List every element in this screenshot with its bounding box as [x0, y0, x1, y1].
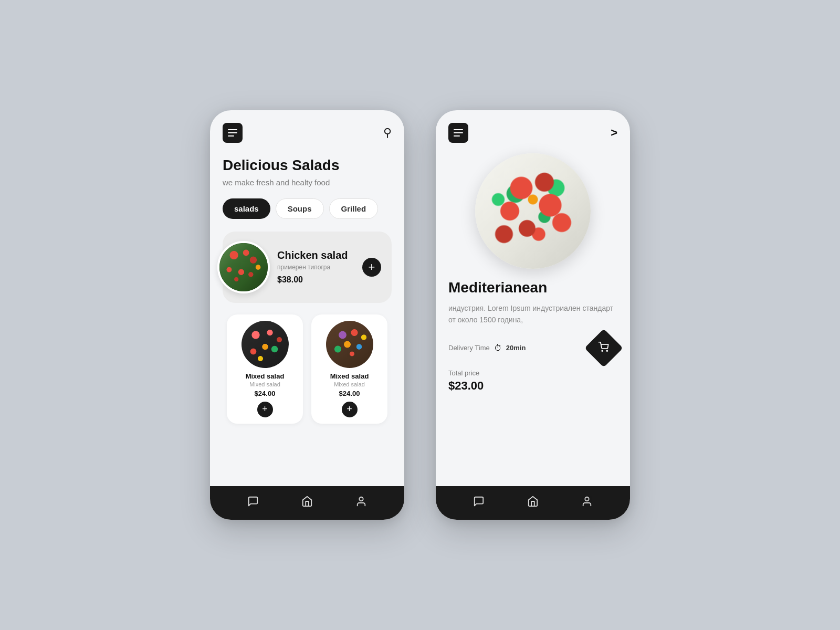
svg-point-1 [602, 350, 603, 351]
featured-card: Chicken salad примерен типогра $38.00 + [223, 232, 392, 303]
top-bar: ⚲ [223, 123, 392, 143]
nav-user-icon-2[interactable] [581, 496, 593, 510]
detail-top-bar: > [448, 123, 617, 143]
small-card-2: Mixed salad Mixed salad $24.00 + [311, 314, 387, 424]
cart-button[interactable] [584, 329, 623, 368]
tab-soups[interactable]: Soups [276, 198, 324, 219]
page-title: Delicious Salads [223, 158, 392, 174]
featured-info: Chicken salad примерен типогра $38.00 [277, 249, 362, 285]
small-card-sub-2: Mixed salad [334, 381, 365, 387]
hamburger-icon [228, 129, 237, 136]
total-price: $23.00 [448, 379, 617, 393]
delivery-info: Delivery Time ⏱ 20min [448, 343, 526, 352]
bottom-nav-1 [210, 486, 404, 520]
bottom-nav-2 [436, 486, 630, 520]
nav-chat-icon-2[interactable] [473, 496, 485, 510]
tab-grilled[interactable]: Grilled [329, 198, 379, 219]
small-card-image-1 [242, 321, 289, 368]
small-card-1: Mixed salad Mixed salad $24.00 + [227, 314, 303, 424]
nav-home-icon-1[interactable] [301, 496, 313, 510]
category-tabs: salads Soups Grilled [223, 198, 392, 219]
detail-hamburger-icon [454, 129, 463, 136]
back-chevron-icon[interactable]: > [611, 126, 617, 140]
featured-description: примерен типогра [277, 264, 362, 271]
phone-screen-2: > Mediterianean индустрия. Lorem Ipsum и… [436, 110, 630, 520]
detail-title: Mediterianean [448, 279, 617, 296]
featured-add-button[interactable]: + [362, 258, 381, 277]
search-icon[interactable]: ⚲ [383, 126, 392, 140]
nav-home-icon-2[interactable] [527, 496, 539, 510]
detail-menu-button[interactable] [448, 123, 468, 143]
total-label: Total price [448, 369, 617, 377]
detail-description: индустрия. Lorem Ipsum индустриален стан… [448, 302, 617, 326]
delivery-row: Delivery Time ⏱ 20min [448, 334, 617, 362]
small-card-name-2: Mixed salad [330, 372, 369, 380]
tab-salads[interactable]: salads [223, 198, 270, 219]
clock-icon: ⏱ [494, 343, 502, 352]
small-card-name-1: Mixed salad [246, 372, 285, 380]
cart-icon [598, 341, 609, 354]
delivery-label: Delivery Time [448, 344, 490, 352]
featured-image [217, 241, 270, 293]
nav-chat-icon-1[interactable] [247, 496, 259, 510]
menu-button[interactable] [223, 123, 243, 143]
small-card-add-2[interactable]: + [342, 402, 358, 417]
small-card-price-2: $24.00 [339, 390, 360, 397]
svg-point-3 [585, 497, 589, 501]
small-card-image-2 [326, 321, 373, 368]
page-subtitle: we make fresh and healty food [223, 178, 392, 187]
small-card-price-1: $24.00 [255, 390, 276, 397]
nav-user-icon-1[interactable] [355, 496, 367, 510]
delivery-time: 20min [506, 344, 526, 352]
phone-screen-1: ⚲ Delicious Salads we make fresh and hea… [210, 110, 404, 520]
svg-point-0 [360, 497, 363, 501]
small-cards-grid: Mixed salad Mixed salad $24.00 + Mixed s… [223, 314, 392, 424]
screen1-content: ⚲ Delicious Salads we make fresh and hea… [210, 110, 404, 486]
small-card-add-1[interactable]: + [257, 402, 273, 417]
featured-name: Chicken salad [277, 249, 362, 261]
small-card-sub-1: Mixed salad [249, 381, 280, 387]
screen2-content: > Mediterianean индустрия. Lorem Ipsum и… [436, 110, 630, 486]
detail-image-container [448, 153, 617, 269]
detail-salad-image [475, 153, 591, 269]
featured-price: $38.00 [277, 275, 362, 285]
salad-image-chicken [219, 243, 268, 291]
svg-point-2 [607, 350, 608, 351]
